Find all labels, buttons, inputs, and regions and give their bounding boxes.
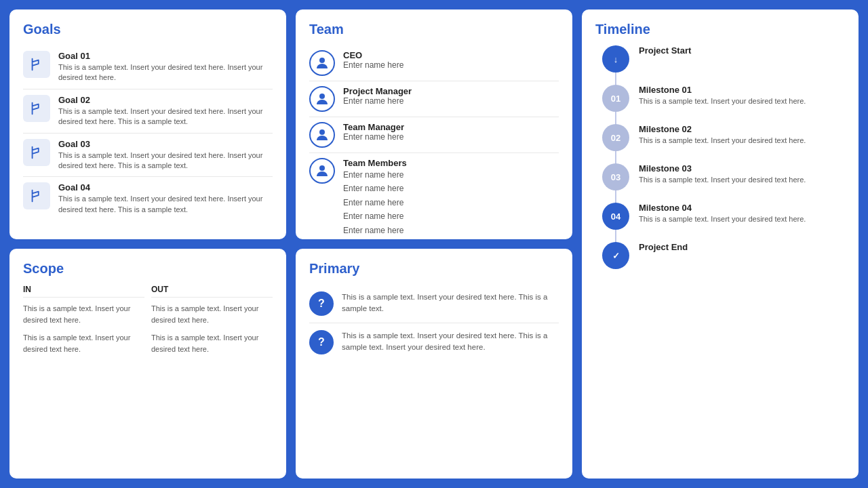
timeline-dot: 01: [602, 85, 629, 112]
scope-in-entry: This is a sample text. Insert your desir…: [23, 303, 144, 325]
primary-text: This is a sample text. Insert your desir…: [342, 330, 559, 354]
timeline-item: 02 Milestone 02 This is a sample text. I…: [602, 124, 845, 151]
goal-text: Goal 03 This is a sample text. Insert yo…: [58, 139, 273, 171]
team-avatar: [309, 50, 335, 76]
team-member-name: Enter name here: [343, 168, 407, 182]
team-members-list: Enter name hereEnter name hereEnter name…: [343, 168, 407, 237]
primary-item: ? This is a sample text. Insert your des…: [309, 285, 559, 323]
team-member-name: Enter name here: [343, 196, 407, 209]
goal-item: Goal 03 This is a sample text. Insert yo…: [23, 134, 273, 178]
timeline-content: Milestone 03 This is a sample text. Inse…: [639, 163, 806, 185]
timeline-content: Project End: [639, 242, 688, 253]
goal-title: Goal 01: [58, 51, 273, 61]
scope-out-label: OUT: [151, 285, 273, 298]
scope-in-entry: This is a sample text. Insert your desir…: [23, 332, 144, 354]
timeline-item-title: Milestone 03: [639, 163, 806, 174]
team-item: CEO Enter name here: [309, 45, 559, 81]
timeline-item: 04 Milestone 04 This is a sample text. I…: [602, 203, 845, 230]
goal-item: Goal 01 This is a sample text. Insert yo…: [23, 45, 273, 89]
timeline-item-body: This is a sample text. Insert your desir…: [639, 175, 806, 185]
timeline-item-body: This is a sample text. Insert your desir…: [639, 136, 806, 146]
timeline-item: 01 Milestone 01 This is a sample text. I…: [602, 85, 845, 112]
team-role: Team Members: [343, 158, 407, 168]
team-name: Enter name here: [343, 132, 404, 142]
goal-item: Goal 04 This is a sample text. Insert yo…: [23, 177, 273, 220]
svg-point-1: [319, 94, 325, 99]
team-info: Team Members Enter name hereEnter name h…: [343, 158, 407, 237]
team-item: Project Manager Enter name here: [309, 81, 559, 117]
primary-icon: ?: [309, 330, 334, 354]
primary-item: ? This is a sample text. Insert your des…: [309, 323, 559, 361]
team-avatar: [309, 158, 335, 184]
timeline-dot: 02: [602, 124, 629, 151]
team-info: Team Manager Enter name here: [343, 122, 404, 142]
team-item: Team Manager Enter name here: [309, 117, 559, 153]
timeline-dot: ✓: [602, 242, 629, 269]
scope-out-col: OUT This is a sample text. Insert your d…: [151, 285, 273, 463]
goal-title: Goal 04: [58, 182, 273, 192]
timeline-item: ✓ Project End: [602, 242, 845, 269]
timeline-content: Milestone 01 This is a sample text. Inse…: [639, 85, 806, 106]
goal-text: Goal 01 This is a sample text. Insert yo…: [58, 51, 273, 83]
goal-text: Goal 02 This is a sample text. Insert yo…: [58, 95, 273, 127]
goal-body: This is a sample text. Insert your desir…: [58, 194, 273, 215]
primary-list: ? This is a sample text. Insert your des…: [309, 285, 559, 361]
primary-icon: ?: [309, 291, 334, 316]
team-name: Enter name here: [343, 60, 403, 70]
timeline-dot: ↓: [602, 45, 629, 73]
scope-grid: IN This is a sample text. Insert your de…: [23, 285, 273, 463]
timeline-item-body: This is a sample text. Insert your desir…: [639, 96, 806, 106]
scope-card: Scope IN This is a sample text. Insert y…: [9, 249, 286, 479]
goal-item: Goal 02 This is a sample text. Insert yo…: [23, 89, 273, 134]
timeline-item-title: Project End: [639, 242, 688, 252]
timeline-item-title: Milestone 01: [639, 85, 806, 95]
goal-title: Goal 03: [58, 139, 273, 149]
goals-card: Goals Goal 01 This is a sample text. Ins…: [9, 9, 286, 239]
team-item: Team Members Enter name hereEnter name h…: [309, 153, 559, 239]
team-member-name: Enter name here: [343, 182, 407, 195]
team-avatar: [309, 122, 335, 148]
goal-body: This is a sample text. Insert your desir…: [58, 62, 273, 83]
goal-icon: [23, 95, 50, 122]
goal-title: Goal 02: [58, 95, 273, 105]
goal-icon: [23, 182, 50, 209]
team-avatar: [309, 86, 335, 112]
goal-icon: [23, 139, 50, 166]
scope-in-label: IN: [23, 285, 144, 298]
svg-point-3: [319, 165, 325, 171]
scope-in-entries: This is a sample text. Insert your desir…: [23, 303, 144, 354]
goal-body: This is a sample text. Insert your desir…: [58, 106, 273, 127]
timeline-title: Timeline: [595, 22, 845, 37]
timeline-line: [615, 45, 616, 269]
scope-title: Scope: [23, 261, 273, 277]
primary-card: Primary ? This is a sample text. Insert …: [296, 249, 572, 479]
timeline-item: 03 Milestone 03 This is a sample text. I…: [602, 163, 845, 190]
scope-out-entries: This is a sample text. Insert your desir…: [151, 303, 273, 354]
scope-out-entry: This is a sample text. Insert your desir…: [151, 303, 273, 325]
timeline-content: Milestone 02 This is a sample text. Inse…: [639, 124, 806, 146]
goal-body: This is a sample text. Insert your desir…: [58, 150, 273, 171]
scope-out-entry: This is a sample text. Insert your desir…: [151, 332, 273, 354]
team-role: Project Manager: [343, 86, 412, 96]
primary-title: Primary: [309, 261, 559, 277]
timeline-container: ↓ Project Start 01 Milestone 01 This is …: [595, 45, 845, 269]
scope-in-col: IN This is a sample text. Insert your de…: [23, 285, 144, 463]
timeline-item: ↓ Project Start: [602, 45, 845, 73]
team-role: Team Manager: [343, 122, 404, 132]
timeline-content: Milestone 04 This is a sample text. Inse…: [639, 203, 806, 224]
team-title: Team: [309, 22, 559, 37]
team-card: Team CEO Enter name here Project Manager…: [296, 9, 572, 239]
main-grid: Goals Goal 01 This is a sample text. Ins…: [9, 9, 859, 479]
team-member-name: Enter name here: [343, 224, 407, 237]
timeline-item-body: This is a sample text. Insert your desir…: [639, 214, 806, 224]
primary-text: This is a sample text. Insert your desir…: [342, 291, 559, 315]
team-list: CEO Enter name here Project Manager Ente…: [309, 45, 559, 239]
goals-title: Goals: [23, 22, 273, 37]
timeline-item-title: Milestone 02: [639, 124, 806, 134]
team-role: CEO: [343, 50, 403, 60]
timeline-dot: 03: [602, 163, 629, 190]
goals-list: Goal 01 This is a sample text. Insert yo…: [23, 45, 273, 220]
goal-text: Goal 04 This is a sample text. Insert yo…: [58, 182, 273, 215]
timeline-card: Timeline ↓ Project Start 01 Milestone 01…: [582, 9, 859, 479]
svg-point-2: [319, 129, 325, 135]
